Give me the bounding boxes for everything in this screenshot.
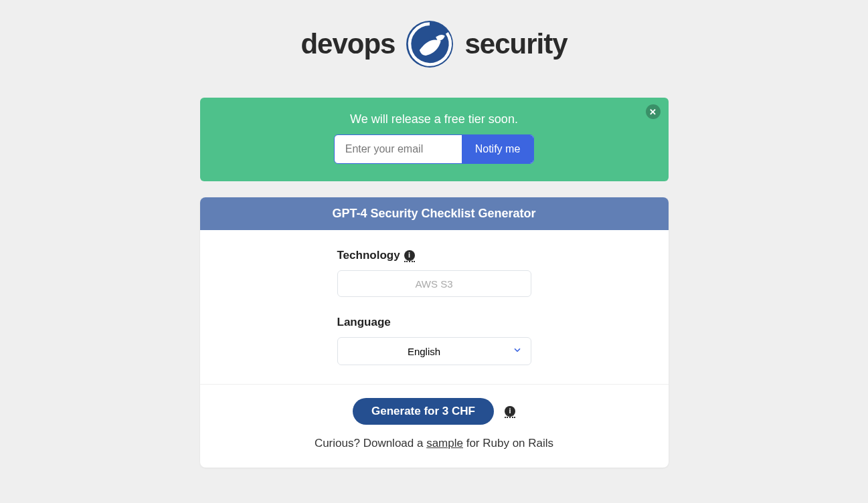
- close-icon[interactable]: ✕: [646, 104, 661, 119]
- notify-button[interactable]: Notify me: [462, 135, 534, 163]
- notify-form: Notify me: [334, 134, 535, 164]
- technology-label: Technology i: [337, 249, 531, 262]
- card-title: GPT-4 Security Checklist Generator: [200, 197, 669, 230]
- email-field[interactable]: [335, 135, 462, 163]
- brand-word-right: security: [464, 28, 567, 60]
- brand-word-left: devops: [300, 28, 395, 60]
- free-tier-banner: ✕ We will release a free tier soon. Noti…: [200, 98, 669, 181]
- info-icon[interactable]: i: [505, 406, 515, 417]
- banner-title: We will release a free tier soon.: [350, 112, 518, 126]
- brand-logo: devops security: [300, 19, 567, 70]
- language-select[interactable]: English: [337, 337, 531, 365]
- language-label: Language: [337, 316, 531, 329]
- info-icon[interactable]: i: [404, 250, 415, 261]
- technology-input[interactable]: [337, 270, 531, 297]
- generate-button[interactable]: Generate for 3 CHF: [353, 398, 494, 425]
- sample-link[interactable]: sample: [426, 437, 463, 449]
- fox-circle-icon: [404, 19, 455, 70]
- generator-card: GPT-4 Security Checklist Generator Techn…: [200, 197, 669, 468]
- sample-note: Curious? Download a sample for Ruby on R…: [315, 437, 553, 450]
